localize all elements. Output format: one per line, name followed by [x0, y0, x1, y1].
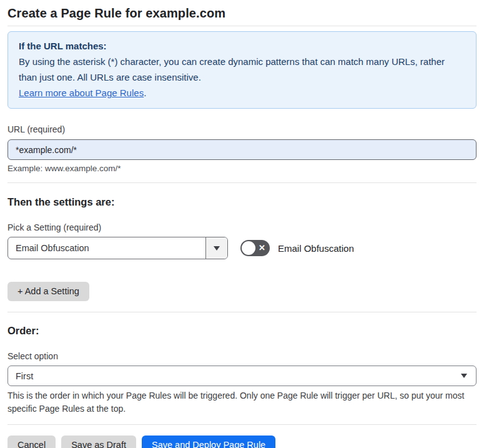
learn-more-link[interactable]: Learn more about Page Rules — [19, 87, 144, 98]
divider — [7, 182, 477, 183]
url-example-helper: Example: www.example.com/* — [7, 164, 477, 173]
url-match-info-box: If the URL matches: By using the asteris… — [7, 31, 477, 109]
url-input[interactable] — [7, 139, 477, 160]
setting-select-value: Email Obfuscation — [8, 237, 205, 259]
divider — [7, 424, 477, 425]
info-box-body: By using the asterisk (*) character, you… — [19, 54, 465, 85]
info-box-heading: If the URL matches: — [19, 38, 465, 54]
info-box-link-line: Learn more about Page Rules. — [19, 85, 465, 101]
toggle-off-x-icon: ✕ — [259, 244, 265, 252]
add-setting-button[interactable]: + Add a Setting — [7, 282, 89, 301]
toggle-label: Email Obfuscation — [278, 243, 354, 254]
setting-select-arrow-button[interactable] — [205, 237, 227, 259]
divider — [7, 312, 477, 312]
chevron-down-icon — [214, 246, 220, 251]
footer-actions: Cancel Save as Draft Save and Deploy Pag… — [7, 436, 477, 448]
save-as-draft-button[interactable]: Save as Draft — [61, 436, 136, 448]
cancel-button[interactable]: Cancel — [7, 436, 56, 448]
pick-setting-label: Pick a Setting (required) — [7, 222, 477, 232]
order-select[interactable]: First — [7, 366, 477, 386]
settings-section-heading: Then the settings are: — [7, 196, 477, 208]
order-select-value: First — [16, 371, 33, 381]
setting-select[interactable]: Email Obfuscation — [7, 237, 228, 259]
page-title: Create a Page Rule for example.com — [7, 6, 477, 21]
toggle-knob — [242, 241, 255, 255]
setting-row: Email Obfuscation ✕ Email Obfuscation — [7, 237, 477, 259]
chevron-down-icon — [461, 374, 467, 378]
page-header: Create a Page Rule for example.com — [7, 6, 477, 26]
order-select-label: Select option — [7, 351, 477, 361]
order-helper-text: This is the order in which your Page Rul… — [7, 389, 477, 416]
order-section-heading: Order: — [7, 325, 477, 337]
save-and-deploy-button[interactable]: Save and Deploy Page Rule — [142, 436, 275, 448]
url-field-label: URL (required) — [7, 124, 477, 134]
link-suffix: . — [144, 87, 146, 98]
email-obfuscation-toggle[interactable]: ✕ — [240, 240, 270, 256]
